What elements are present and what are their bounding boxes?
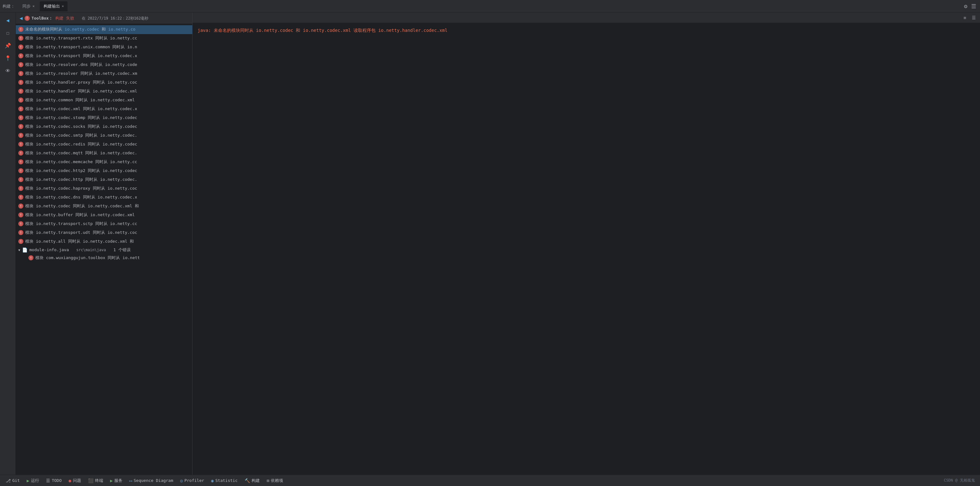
error-item-18[interactable]: ! 模块 io.netty.codec.haproxy 同时从 io.netty… xyxy=(16,184,192,193)
terminal-icon: ⬛ xyxy=(88,478,94,483)
status-services-label: 服务 xyxy=(114,478,123,483)
file-icon: 📄 xyxy=(22,248,27,253)
error-text-12: 模块 io.netty.codec.smtp 同时从 io.netty.code… xyxy=(25,132,137,138)
error-item-8[interactable]: ! 模块 io.netty.common 同时从 io.netty.codec.… xyxy=(16,96,192,105)
error-dot-23: ! xyxy=(18,230,23,235)
status-terminal[interactable]: ⬛ 终端 xyxy=(85,475,107,486)
error-item-3[interactable]: ! 模块 io.netty.transport 同时从 io.netty.cod… xyxy=(16,52,192,60)
error-item-11[interactable]: ! 模块 io.netty.codec.socks 同时从 io.netty.c… xyxy=(16,122,192,131)
tab-sync[interactable]: 同步 ✕ xyxy=(19,1,38,11)
error-item-7[interactable]: ! 模块 io.netty.handler 同时从 io.netty.codec… xyxy=(16,87,192,96)
run-icon: ▶ xyxy=(27,478,29,483)
sub-error-dot: ! xyxy=(29,255,33,260)
error-text-6: 模块 io.netty.handler.proxy 同时从 io.netty.c… xyxy=(25,79,137,86)
status-run-label: 运行 xyxy=(31,478,39,483)
error-dot-20: ! xyxy=(18,203,23,209)
error-dot-12: ! xyxy=(18,133,23,138)
error-item-2[interactable]: ! 模块 io.netty.transport.unix.common 同时从 … xyxy=(16,43,192,52)
status-run[interactable]: ▶ 运行 xyxy=(23,475,42,486)
settings-icon[interactable]: ⚙ xyxy=(963,2,969,11)
error-item-24[interactable]: ! 模块 io.netty.all 同时从 io.netty.codec.xml… xyxy=(16,237,192,246)
error-text-5: 模块 io.netty.resolver 同时从 io.netty.codec.… xyxy=(25,70,137,77)
error-dot-14: ! xyxy=(18,151,23,156)
error-text-14: 模块 io.netty.codec.mqtt 同时从 io.netty.code… xyxy=(25,150,137,156)
tab-bar: 构建： 同步 ✕ 构建输出 ✕ ⚙ ☰ xyxy=(0,0,980,13)
error-dot-18: ! xyxy=(18,186,23,191)
git-icon: ⎇ xyxy=(6,478,11,483)
error-text-15: 模块 io.netty.codec.memcache 同时从 io.netty.… xyxy=(25,159,137,165)
error-text-9: 模块 io.netty.codec.xml 同时从 io.netty.codec… xyxy=(25,106,137,112)
sidebar-icon-pin2[interactable]: 📍 xyxy=(3,53,13,63)
tab-sync-label: 同步 xyxy=(22,3,30,9)
error-item-22[interactable]: ! 模块 io.netty.transport.sctp 同时从 io.nett… xyxy=(16,220,192,229)
status-statistic[interactable]: ◉ Statistic xyxy=(208,475,241,486)
list-btn[interactable]: ☰ xyxy=(970,14,977,21)
error-dot-1: ! xyxy=(18,36,23,41)
error-text-7: 模块 io.netty.handler 同时从 io.netty.codec.x… xyxy=(25,88,137,94)
right-panel: ≡ ☰ java: 未命名的模块同时从 io.netty.codec 和 io.… xyxy=(192,13,980,475)
error-item-10[interactable]: ! 模块 io.netty.codec.stomp 同时从 io.netty.c… xyxy=(16,114,192,122)
status-sequence[interactable]: ⟷ Sequence Diagram xyxy=(126,475,177,486)
error-item-16[interactable]: ! 模块 io.netty.codec.http2 同时从 io.netty.c… xyxy=(16,167,192,175)
status-git[interactable]: ⎇ Git xyxy=(3,475,23,486)
error-text-11: 模块 io.netty.codec.socks 同时从 io.netty.cod… xyxy=(25,123,137,130)
error-item-0[interactable]: ! 未命名的模块同时从 io.netty.codec 和 io.netty.co xyxy=(16,25,192,34)
error-item-15[interactable]: ! 模块 io.netty.codec.memcache 同时从 io.nett… xyxy=(16,158,192,167)
error-dot-22: ! xyxy=(18,221,23,226)
error-dot-4: ! xyxy=(18,62,23,67)
todo-icon: ☰ xyxy=(46,478,50,483)
sub-error-item[interactable]: ! 模块 com.wuxianggujun.toolbox 同时从 io.net… xyxy=(16,254,192,262)
tab-sync-close[interactable]: ✕ xyxy=(32,4,35,8)
status-deps-label: 依赖项 xyxy=(271,478,283,483)
error-dot-9: ! xyxy=(18,106,23,111)
error-item-9[interactable]: ! 模块 io.netty.codec.xml 同时从 io.netty.cod… xyxy=(16,105,192,114)
status-terminal-label: 终端 xyxy=(95,478,103,483)
error-item-20[interactable]: ! 模块 io.netty.codec 同时从 io.netty.codec.x… xyxy=(16,202,192,211)
error-text-0: 未命名的模块同时从 io.netty.codec 和 io.netty.co xyxy=(25,26,135,32)
error-item-1[interactable]: ! 模块 io.netty.transport.rxtx 同时从 io.nett… xyxy=(16,34,192,43)
error-item-19[interactable]: ! 模块 io.netty.codec.dns 同时从 io.netty.cod… xyxy=(16,193,192,202)
sidebar-icon-eye[interactable]: 👁 xyxy=(3,66,13,76)
layout-icon[interactable]: ☰ xyxy=(970,2,977,11)
status-profiler-label: Profiler xyxy=(185,478,204,483)
error-item-14[interactable]: ! 模块 io.netty.codec.mqtt 同时从 io.netty.co… xyxy=(16,149,192,158)
error-dot-6: ! xyxy=(18,80,23,85)
status-services[interactable]: ▶ 服务 xyxy=(107,475,126,486)
sub-error-text: 模块 com.wuxianggujun.toolbox 同时从 io.nett xyxy=(35,255,140,261)
error-item-17[interactable]: ! 模块 io.netty.codec.http 同时从 io.netty.co… xyxy=(16,175,192,184)
error-item-4[interactable]: ! 模块 io.netty.resolver.dns 同时从 io.netty.… xyxy=(16,60,192,70)
filter-btn[interactable]: ≡ xyxy=(961,14,969,21)
error-text-2: 模块 io.netty.transport.unix.common 同时从 io… xyxy=(25,44,137,50)
tab-build-output-close[interactable]: ✕ xyxy=(62,4,64,8)
error-item-13[interactable]: ! 模块 io.netty.codec.redis 同时从 io.netty.c… xyxy=(16,140,192,149)
error-text-13: 模块 io.netty.codec.redis 同时从 io.netty.cod… xyxy=(25,141,137,148)
error-text-17: 模块 io.netty.codec.http 同时从 io.netty.code… xyxy=(25,176,137,183)
error-item-12[interactable]: ! 模块 io.netty.codec.smtp 同时从 io.netty.co… xyxy=(16,131,192,140)
error-item-21[interactable]: ! 模块 io.netty.buffer 同时从 io.netty.codec.… xyxy=(16,211,192,220)
status-todo[interactable]: ☰ TODO xyxy=(43,475,65,486)
error-text-10: 模块 io.netty.codec.stomp 同时从 io.netty.cod… xyxy=(25,114,137,121)
module-file-row[interactable]: ▼ 📄 module-info.java src\main\java 1 个错误 xyxy=(16,246,192,254)
error-item-5[interactable]: ! 模块 io.netty.resolver 同时从 io.netty.code… xyxy=(16,70,192,78)
tab-build-output[interactable]: 构建输出 ✕ xyxy=(40,1,68,11)
error-item-6[interactable]: ! 模块 io.netty.handler.proxy 同时从 io.netty… xyxy=(16,78,192,87)
sidebar-icon-checkbox[interactable]: ☐ xyxy=(3,28,13,38)
status-todo-label: TODO xyxy=(52,478,62,483)
toolbox-back-arrow[interactable]: ◀ xyxy=(19,15,23,21)
status-deps[interactable]: ⊞ 依赖项 xyxy=(264,475,286,486)
sidebar-icon-back[interactable]: ◀ xyxy=(3,15,13,25)
error-dot-2: ! xyxy=(18,44,23,49)
status-statistic-label: Statistic xyxy=(215,478,237,483)
toolbox-title: ToolBox： 构建 失败 在 2022/7/19 16:22：22秒162毫… xyxy=(32,16,149,21)
error-item-23[interactable]: ! 模块 io.netty.transport.udt 同时从 io.netty… xyxy=(16,229,192,237)
error-dot-10: ! xyxy=(18,115,23,120)
sidebar-icon-pin[interactable]: 📌 xyxy=(3,40,13,51)
status-problems[interactable]: ● 问题 xyxy=(65,475,84,486)
watermark: CSDN @ 无相孤鬼 xyxy=(944,478,977,483)
status-profiler[interactable]: ◎ Profiler xyxy=(177,475,207,486)
deps-icon: ⊞ xyxy=(267,478,269,483)
error-dot-17: ! xyxy=(18,177,23,182)
status-build[interactable]: 🔨 构建 xyxy=(242,475,263,486)
error-dot-8: ! xyxy=(18,97,23,103)
error-dot-15: ! xyxy=(18,159,23,164)
